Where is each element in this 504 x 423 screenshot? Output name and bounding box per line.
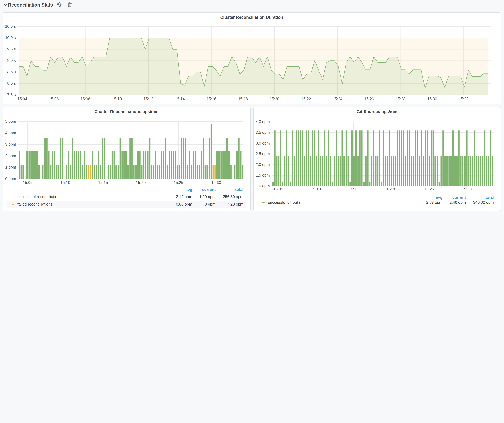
svg-text:7.5 s: 7.5 s [7, 93, 16, 97]
svg-text:10.0 s: 10.0 s [5, 35, 16, 40]
svg-text:15:20: 15:20 [136, 180, 145, 185]
svg-text:15:25: 15:25 [424, 187, 434, 191]
svg-text:3.5 opm: 3.5 opm [256, 130, 270, 135]
svg-text:15:05: 15:05 [273, 187, 283, 191]
svg-text:9.0 s: 9.0 s [7, 58, 16, 63]
svg-text:15:10: 15:10 [60, 180, 70, 185]
svg-text:15:20: 15:20 [386, 187, 396, 191]
svg-text:2 opm: 2 opm [5, 153, 16, 158]
svg-text:15:14: 15:14 [175, 97, 185, 101]
svg-text:3.0 opm: 3.0 opm [256, 141, 270, 145]
svg-text:1 opm: 1 opm [5, 165, 16, 169]
svg-text:2.5 opm: 2.5 opm [256, 151, 270, 156]
svg-text:15:26: 15:26 [364, 97, 374, 101]
svg-text:15:30: 15:30 [211, 180, 221, 185]
svg-text:15:04: 15:04 [17, 97, 27, 101]
svg-text:0 opm: 0 opm [5, 176, 16, 181]
svg-text:15:32: 15:32 [459, 97, 468, 101]
svg-text:15:08: 15:08 [80, 97, 90, 101]
svg-text:10.5 s: 10.5 s [5, 24, 16, 29]
svg-text:15:30: 15:30 [427, 97, 437, 101]
svg-text:15:10: 15:10 [311, 187, 321, 191]
svg-text:15:30: 15:30 [462, 187, 472, 191]
svg-text:15:05: 15:05 [23, 180, 32, 185]
svg-text:15:25: 15:25 [174, 180, 183, 185]
svg-text:15:16: 15:16 [206, 97, 216, 101]
svg-text:9.5 s: 9.5 s [7, 47, 16, 51]
svg-text:15:15: 15:15 [349, 187, 359, 191]
svg-text:4.0 opm: 4.0 opm [256, 119, 270, 124]
svg-text:15:18: 15:18 [238, 97, 248, 101]
svg-text:3 opm: 3 opm [5, 142, 16, 146]
svg-text:8.0 s: 8.0 s [7, 81, 16, 86]
svg-text:15:10: 15:10 [112, 97, 122, 101]
svg-text:15:24: 15:24 [333, 97, 342, 101]
svg-text:15:20: 15:20 [270, 97, 279, 101]
svg-text:5 opm: 5 opm [5, 119, 16, 123]
svg-text:15:12: 15:12 [143, 97, 153, 101]
svg-text:15:28: 15:28 [396, 97, 405, 101]
svg-text:15:06: 15:06 [49, 97, 59, 101]
svg-text:4 opm: 4 opm [5, 130, 16, 135]
svg-text:8.5 s: 8.5 s [7, 70, 16, 74]
svg-text:1.5 opm: 1.5 opm [256, 173, 270, 177]
svg-text:15:15: 15:15 [98, 180, 108, 185]
svg-text:2.0 opm: 2.0 opm [256, 162, 270, 166]
svg-text:1.0 opm: 1.0 opm [256, 184, 270, 188]
svg-text:15:22: 15:22 [301, 97, 311, 101]
